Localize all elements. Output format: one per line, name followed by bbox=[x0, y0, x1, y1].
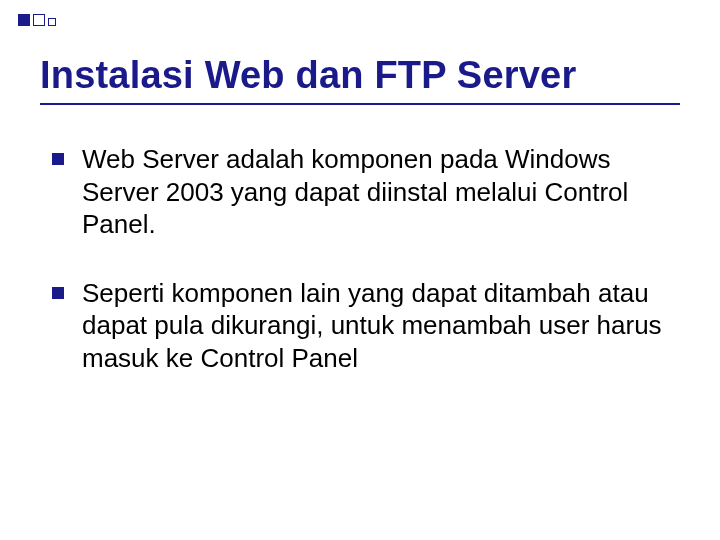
list-item: Seperti komponen lain yang dapat ditamba… bbox=[52, 277, 662, 375]
bullet-text: Web Server adalah komponen pada Windows … bbox=[82, 143, 662, 241]
title-underline bbox=[40, 103, 680, 105]
square-bullet-icon bbox=[52, 287, 64, 299]
bullet-text: Seperti komponen lain yang dapat ditamba… bbox=[82, 277, 662, 375]
square-bullet-icon bbox=[52, 153, 64, 165]
slide-content: Instalasi Web dan FTP Server Web Server … bbox=[0, 0, 720, 540]
list-item: Web Server adalah komponen pada Windows … bbox=[52, 143, 662, 241]
bullet-list: Web Server adalah komponen pada Windows … bbox=[40, 143, 680, 374]
slide-title: Instalasi Web dan FTP Server bbox=[40, 54, 680, 97]
